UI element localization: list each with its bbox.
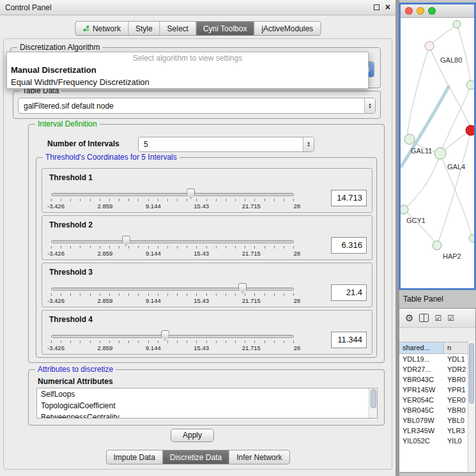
table-row[interactable]: YIL052CYIL0 (399, 436, 475, 446)
tab-label: Infer Network (236, 453, 282, 462)
network-icon (82, 25, 89, 32)
table-row[interactable]: YLR345WYLR3 (399, 426, 475, 436)
network-node[interactable] (466, 81, 474, 89)
threshold-1-panel: Threshold 1 -3.4262.8599.14415.4321.7152… (42, 168, 372, 213)
scale-tick-label: 2.859 (98, 297, 113, 304)
table-row[interactable]: YBR043CYBR0 (399, 374, 475, 385)
zoom-traffic-icon[interactable] (428, 7, 436, 15)
network-canvas[interactable]: GAL80 GAL11 GAL4 GCY1 HAP2 (401, 18, 474, 288)
slider-ticks (51, 246, 294, 249)
slider-thumb[interactable] (238, 283, 247, 294)
threshold-4-slider[interactable]: -3.4262.8599.14415.4321.71528 (51, 334, 294, 354)
tab-network[interactable]: Network (75, 22, 128, 35)
threshold-4-value-field[interactable]: 11.344 (331, 332, 367, 348)
number-of-intervals-combobox[interactable]: 5 ▲ ▼ (138, 137, 314, 152)
tab-select[interactable]: Select (160, 22, 196, 35)
tab-jactivemodules[interactable]: jActiveModules (254, 22, 320, 35)
window-buttons: × (374, 3, 390, 12)
threshold-1-value-field[interactable]: 14.713 (331, 190, 367, 206)
selected-red-node[interactable] (466, 125, 474, 135)
tab-cyni-toolbox[interactable]: Cyni Toolbox (196, 22, 254, 35)
network-node-hap2[interactable] (433, 241, 441, 250)
slider-track[interactable] (51, 335, 294, 338)
node-label: GAL4 (447, 163, 465, 171)
tab-impute-data[interactable]: Impute Data (106, 450, 162, 464)
table-cell[interactable]: YER054C (399, 395, 444, 405)
table-vertical-scrollbar[interactable] (468, 341, 475, 472)
table-data-combobox[interactable]: galFiltered.sif default node ▲ ▼ (18, 98, 376, 114)
scale-tick-label: 21.715 (242, 203, 261, 210)
attribute-list-item[interactable]: TopologicalCoefficient (37, 400, 377, 411)
threshold-2-value-field[interactable]: 6.316 (331, 237, 367, 254)
scrollbar-thumb[interactable] (469, 343, 474, 404)
table-row[interactable]: YPR145WYPR1 (399, 385, 475, 395)
close-icon[interactable]: × (385, 3, 390, 12)
checkbox-icon[interactable]: ☑ (434, 314, 441, 322)
slider-track[interactable] (51, 240, 294, 243)
tab-label: jActiveModules (261, 24, 313, 33)
threshold-2-slider[interactable]: -3.4262.8599.14415.4321.71528 (51, 239, 294, 259)
table-row[interactable]: YDL19...YDL1 (399, 354, 475, 364)
table-cell[interactable]: YBL079W (399, 415, 444, 426)
table-row[interactable]: YER054CYER0 (399, 395, 475, 405)
slider-track[interactable] (51, 288, 294, 291)
minimize-traffic-icon[interactable] (417, 7, 424, 15)
combo-stepper-icon[interactable]: ▲ ▼ (364, 98, 375, 113)
tab-discretize-data[interactable]: Discretize Data (163, 450, 229, 464)
table-cell[interactable]: YPR145W (399, 385, 444, 395)
tab-infer-network[interactable]: Infer Network (229, 450, 289, 464)
table-cell[interactable]: YBR045C (399, 405, 444, 415)
network-node-gal80[interactable] (425, 42, 434, 50)
apply-button[interactable]: Apply (171, 429, 214, 442)
table-cell[interactable]: YIL052C (399, 436, 444, 446)
stepper-down-icon: ▼ (368, 106, 372, 109)
tab-label: Discretize Data (170, 453, 222, 462)
network-node[interactable] (453, 20, 461, 28)
slider-ticks (51, 341, 294, 343)
threshold-3-slider[interactable]: -3.4262.8599.14415.4321.71528 (51, 286, 294, 307)
list-scrollbar[interactable] (369, 388, 377, 418)
group-label: Interval Definition (35, 119, 100, 129)
attribute-list-item[interactable]: BetweennessCentrality (37, 411, 377, 418)
scrollbar-thumb[interactable] (371, 389, 376, 408)
group-label: Threshold's Coordinates for 5 Intervals (43, 153, 180, 162)
table-cell[interactable]: YDR27... (399, 364, 444, 374)
attribute-list-item[interactable]: SelfLoops (37, 388, 377, 400)
slider-scale: -3.4262.8599.14415.4321.71528 (47, 250, 300, 257)
table-cell[interactable]: YBR043C (399, 374, 444, 385)
slider-thumb[interactable] (187, 188, 195, 199)
checkbox-icon[interactable]: ☑ (447, 314, 454, 322)
table-row[interactable]: YBR045CYBR0 (399, 405, 475, 415)
traffic-lights (405, 7, 436, 15)
table-panel-toolbar: ⚙ ☑ ☑ (399, 309, 475, 328)
tab-label: Network (93, 24, 121, 33)
tab-label: Select (167, 24, 188, 33)
close-traffic-icon[interactable] (405, 7, 413, 15)
dropdown-option-manual-discretization[interactable]: Manual Discretization (7, 64, 368, 76)
table-row[interactable]: YDR27...YDR2 (399, 364, 475, 374)
slider-track[interactable] (51, 193, 294, 196)
threshold-coordinates-group: Threshold's Coordinates for 5 Intervals … (36, 157, 377, 358)
stepper-down-icon: ▼ (307, 144, 311, 148)
table-cell[interactable]: YDL19... (399, 354, 444, 364)
slider-thumb[interactable] (161, 330, 169, 341)
slider-thumb[interactable] (122, 236, 130, 247)
table-row[interactable]: YBL079WYBL0 (399, 415, 475, 426)
float-window-icon[interactable] (374, 4, 380, 10)
bottom-tab-bar: Impute Data Discretize Data Infer Networ… (105, 450, 289, 464)
column-header-shared-name[interactable]: shared... (399, 342, 444, 353)
threshold-label: Threshold 2 (49, 220, 93, 229)
tab-style[interactable]: Style (128, 22, 160, 35)
gear-icon[interactable]: ⚙ (405, 313, 413, 323)
network-node-gal11[interactable] (404, 134, 415, 144)
network-node-gcy1[interactable] (401, 205, 408, 214)
group-label: Discretization Algorithm (17, 43, 102, 52)
threshold-3-value-field[interactable]: 21.4 (331, 284, 367, 301)
dropdown-option-equal-width-frequency[interactable]: Equal Width/Frequency Discretization (7, 76, 368, 88)
combo-stepper-icon[interactable]: ▲ ▼ (303, 137, 314, 151)
columns-icon[interactable] (419, 314, 429, 322)
threshold-1-slider[interactable]: -3.4262.8599.14415.4321.71528 (51, 192, 294, 212)
network-node[interactable] (469, 234, 474, 242)
table-cell[interactable]: YLR345W (399, 426, 444, 436)
network-node-gal4[interactable] (434, 148, 446, 159)
